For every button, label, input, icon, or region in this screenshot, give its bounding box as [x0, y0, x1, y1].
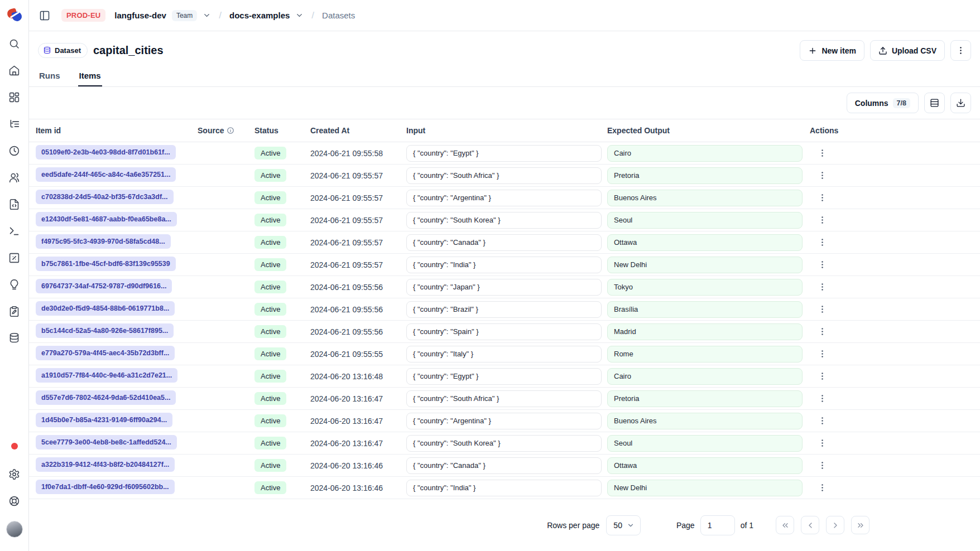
- annotation-queues-clipboard-icon[interactable]: [8, 304, 21, 318]
- export-download-button[interactable]: [950, 93, 971, 113]
- item-id-link[interactable]: 1f0e7da1-dbff-4e60-929d-f6095602bb...: [36, 480, 175, 494]
- columns-button[interactable]: Columns 7/8: [847, 93, 919, 113]
- input-cell[interactable]: { "country": "Argentina" }: [406, 190, 602, 206]
- playground-terminal-icon[interactable]: [8, 224, 21, 238]
- row-actions-button[interactable]: [814, 324, 830, 340]
- item-id-link[interactable]: eed5dafe-244f-465c-a84c-4a6e357251...: [36, 167, 176, 182]
- input-cell[interactable]: { "country": "South Korea" }: [406, 212, 602, 229]
- expected-output-cell[interactable]: Buenos Aires: [607, 190, 803, 206]
- langfuse-logo-icon[interactable]: [7, 8, 22, 22]
- row-height-button[interactable]: [924, 93, 945, 113]
- input-cell[interactable]: { "country": "Canada" }: [406, 234, 602, 251]
- breadcrumb-section[interactable]: Datasets: [322, 11, 355, 20]
- tracing-tree-icon[interactable]: [8, 117, 21, 130]
- input-cell[interactable]: { "country": "Brazil" }: [406, 301, 602, 318]
- item-id-link[interactable]: e12430df-5e81-4687-aabb-f0ea65be8a...: [36, 212, 177, 226]
- column-header-source[interactable]: Source: [198, 126, 254, 135]
- item-id-link[interactable]: b75c7861-1fbe-45cf-bdf6-83f139c95539: [36, 257, 176, 271]
- column-header-item-id[interactable]: Item id: [36, 126, 198, 135]
- row-actions-button[interactable]: [814, 190, 830, 206]
- recording-status-dot[interactable]: [11, 443, 18, 450]
- row-actions-button[interactable]: [814, 257, 830, 273]
- expected-output-cell[interactable]: Seoul: [607, 212, 803, 229]
- column-header-status[interactable]: Status: [254, 126, 310, 135]
- column-header-created-at[interactable]: Created At: [310, 126, 406, 135]
- upload-csv-button[interactable]: Upload CSV: [870, 40, 945, 61]
- expected-output-cell[interactable]: Seoul: [607, 435, 803, 452]
- expected-output-cell[interactable]: New Delhi: [607, 257, 803, 273]
- row-actions-button[interactable]: [814, 436, 830, 451]
- item-id-link[interactable]: e779a270-579a-4f45-aec4-35b72d3bff...: [36, 346, 175, 360]
- settings-gear-icon[interactable]: [8, 467, 21, 481]
- new-item-button[interactable]: New item: [800, 40, 864, 61]
- row-actions-button[interactable]: [814, 146, 830, 161]
- tab-runs[interactable]: Runs: [38, 67, 61, 86]
- row-actions-button[interactable]: [814, 413, 830, 429]
- row-actions-button[interactable]: [814, 346, 830, 362]
- user-avatar[interactable]: [6, 521, 23, 538]
- input-cell[interactable]: { "country": "Japan" }: [406, 279, 602, 296]
- page-more-actions-button[interactable]: [950, 40, 971, 61]
- expected-output-cell[interactable]: New Delhi: [607, 480, 803, 496]
- support-lifebuoy-icon[interactable]: [8, 494, 21, 508]
- row-actions-button[interactable]: [814, 235, 830, 250]
- row-actions-button[interactable]: [814, 458, 830, 473]
- expected-output-cell[interactable]: Cairo: [607, 368, 803, 385]
- input-cell[interactable]: { "country": "South Africa" }: [406, 390, 602, 407]
- next-page-button[interactable]: [826, 516, 844, 534]
- sessions-clock-icon[interactable]: [8, 144, 21, 157]
- search-icon[interactable]: [8, 37, 21, 50]
- sidebar-toggle-icon[interactable]: [37, 8, 52, 23]
- rows-per-page-select[interactable]: 50: [606, 515, 641, 535]
- input-cell[interactable]: { "country": "Italy" }: [406, 346, 602, 362]
- expected-output-cell[interactable]: Pretoria: [607, 167, 803, 184]
- dashboard-grid-icon[interactable]: [8, 90, 21, 104]
- org-name[interactable]: langfuse-dev: [114, 11, 166, 20]
- tab-items[interactable]: Items: [78, 67, 102, 86]
- item-id-link[interactable]: a322b319-9412-4f43-b8f2-b20484127f...: [36, 457, 175, 472]
- last-page-button[interactable]: [851, 516, 869, 534]
- row-actions-button[interactable]: [814, 279, 830, 295]
- item-id-link[interactable]: f4975c95-5fc3-4939-970d-58fa5cd48...: [36, 234, 171, 249]
- input-cell[interactable]: { "country": "Egypt" }: [406, 368, 602, 385]
- input-cell[interactable]: { "country": "Egypt" }: [406, 145, 602, 162]
- users-icon[interactable]: [8, 171, 21, 184]
- page-number-input[interactable]: [700, 515, 735, 535]
- row-actions-button[interactable]: [814, 480, 830, 496]
- input-cell[interactable]: { "country": "Argentina" }: [406, 413, 602, 429]
- org-chevron-down-icon[interactable]: [203, 11, 211, 20]
- item-id-link[interactable]: 1d45b0e7-b85a-4231-9149-6ff90a294...: [36, 413, 172, 427]
- input-cell[interactable]: { "country": "South Africa" }: [406, 167, 602, 184]
- input-cell[interactable]: { "country": "India" }: [406, 257, 602, 273]
- input-cell[interactable]: { "country": "India" }: [406, 480, 602, 496]
- row-actions-button[interactable]: [814, 168, 830, 183]
- item-id-link[interactable]: c702838d-24d5-40a2-bf35-67dc3a3df...: [36, 190, 174, 204]
- expected-output-cell[interactable]: Ottawa: [607, 234, 803, 251]
- evaluators-square-percent-icon[interactable]: [8, 251, 21, 264]
- input-cell[interactable]: { "country": "Canada" }: [406, 457, 602, 474]
- row-actions-button[interactable]: [814, 369, 830, 384]
- org-type-badge[interactable]: Team: [172, 10, 197, 21]
- item-id-link[interactable]: 69764737-34af-4752-9787-d90df9616...: [36, 279, 172, 293]
- home-icon[interactable]: [8, 64, 21, 77]
- project-name[interactable]: docs-examples: [229, 11, 290, 20]
- expected-output-cell[interactable]: Rome: [607, 346, 803, 362]
- expected-output-cell[interactable]: Pretoria: [607, 390, 803, 407]
- prompts-file-code-icon[interactable]: [8, 197, 21, 211]
- item-id-link[interactable]: de30d2e0-f5d9-4854-88b6-0619771b8...: [36, 301, 175, 316]
- row-actions-button[interactable]: [814, 302, 830, 317]
- expected-output-cell[interactable]: Cairo: [607, 145, 803, 162]
- datasets-database-icon[interactable]: [8, 331, 21, 345]
- input-cell[interactable]: { "country": "Spain" }: [406, 323, 602, 340]
- item-id-link[interactable]: 05109ef0-2e3b-4e03-98dd-8f7d01b61f...: [36, 145, 176, 160]
- previous-page-button[interactable]: [801, 516, 819, 534]
- row-actions-button[interactable]: [814, 391, 830, 407]
- input-cell[interactable]: { "country": "South Korea" }: [406, 435, 602, 452]
- item-id-link[interactable]: d557e7d6-7802-4624-9da6-52d410ea5...: [36, 390, 176, 405]
- first-page-button[interactable]: [776, 516, 794, 534]
- expected-output-cell[interactable]: Buenos Aires: [607, 413, 803, 429]
- row-actions-button[interactable]: [814, 212, 830, 228]
- column-header-expected-output[interactable]: Expected Output: [607, 126, 810, 135]
- expected-output-cell[interactable]: Tokyo: [607, 279, 803, 296]
- expected-output-cell[interactable]: Madrid: [607, 323, 803, 340]
